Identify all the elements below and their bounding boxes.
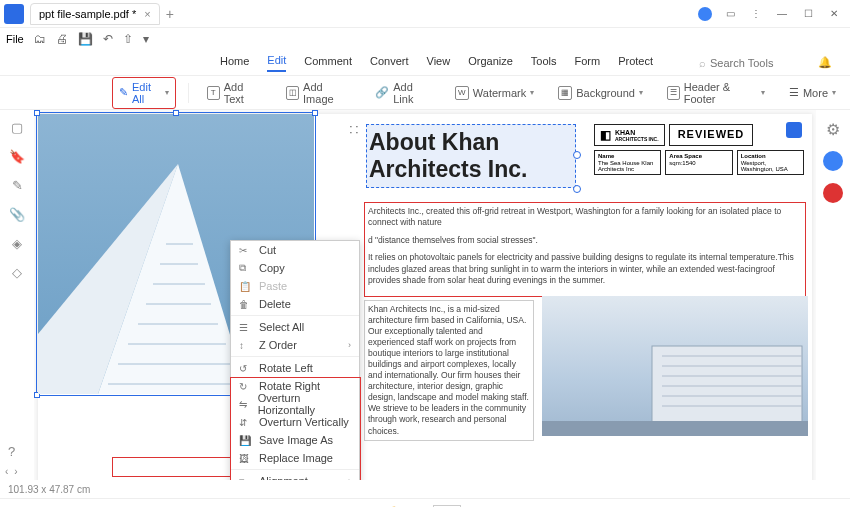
user-avatar-icon[interactable]	[698, 7, 712, 21]
resize-handle[interactable]	[312, 110, 318, 116]
print-icon[interactable]: 🖨	[56, 32, 68, 46]
save-icon[interactable]: 💾	[78, 32, 93, 46]
window-more-icon[interactable]: ⋮	[748, 6, 764, 22]
ctx-z-order[interactable]: ↕Z Order›	[231, 336, 359, 354]
chevron-down-icon[interactable]: ▾	[143, 32, 149, 46]
minimize-button[interactable]: —	[774, 6, 790, 22]
status-size-bar: 101.93 x 47.87 cm	[0, 480, 850, 498]
annotate-tool-icon[interactable]	[823, 183, 843, 203]
add-image-button[interactable]: ◫Add Image	[280, 78, 357, 108]
app-logo	[4, 4, 24, 24]
ctx-icon: 🗑	[239, 299, 253, 310]
ctx-icon: 💾	[239, 435, 253, 446]
resize-handle[interactable]	[34, 110, 40, 116]
sliders-icon[interactable]: ⚙	[826, 120, 840, 139]
more-button[interactable]: ☰More▾	[783, 83, 842, 102]
ctx-save-image-as[interactable]: 💾Save Image As	[231, 431, 359, 449]
more-icon: ☰	[789, 86, 799, 99]
context-menu: ✂Cut⧉Copy📋Paste🗑Delete☰Select All↕Z Orde…	[230, 240, 360, 480]
resize-handle[interactable]	[573, 185, 581, 193]
ctx-overturn-vertically[interactable]: ⇵Overturn Vertically	[231, 413, 359, 431]
layers-icon[interactable]: ◈	[12, 236, 22, 251]
scroll-left-icon[interactable]: ‹	[5, 466, 8, 477]
window-menu-icon[interactable]: ▭	[722, 6, 738, 22]
tab-organize[interactable]: Organize	[468, 55, 513, 71]
bookmark-icon[interactable]: 🔖	[9, 149, 25, 164]
ai-tool-icon[interactable]	[823, 151, 843, 171]
link-icon: 🔗	[375, 86, 389, 99]
logo-square-icon: ◧	[600, 128, 611, 142]
about-text-block[interactable]: Khan Architects Inc., is a mid-sized arc…	[364, 300, 534, 441]
left-toolbar: ▢ 🔖 ✎ 📎 ◈ ◇	[0, 110, 34, 480]
resize-handle[interactable]	[173, 110, 179, 116]
title-text-box[interactable]: About Khan Architects Inc.	[366, 124, 576, 188]
document-canvas[interactable]: ⸬ About Khan Architects Inc. ◧ KHANARCHI…	[34, 110, 816, 480]
new-tab-button[interactable]: +	[166, 6, 174, 22]
tab-protect[interactable]: Protect	[618, 55, 653, 71]
ctx-icon: 📋	[239, 281, 253, 292]
add-link-button[interactable]: 🔗Add Link	[369, 78, 437, 108]
ctx-icon: ⇋	[239, 399, 252, 410]
header-footer-button[interactable]: ☰Header & Footer▾	[661, 78, 771, 108]
info-panel: ◧ KHANARCHITECTS INC. REVIEWED NameThe S…	[594, 124, 804, 175]
outline-icon[interactable]: ◇	[12, 265, 22, 280]
watermark-button[interactable]: WWatermark▾	[449, 83, 540, 103]
maximize-button[interactable]: ☐	[800, 6, 816, 22]
resize-handle[interactable]	[573, 151, 581, 159]
ctx-select-all[interactable]: ☰Select All	[231, 318, 359, 336]
main-area: ▢ 🔖 ✎ 📎 ◈ ◇	[0, 110, 850, 480]
contact-location: LocationWestport,Washington, USA	[737, 150, 804, 175]
add-text-button[interactable]: TAdd Text	[201, 78, 268, 108]
scroll-right-icon[interactable]: ›	[14, 466, 17, 477]
ctx-delete[interactable]: 🗑Delete	[231, 295, 359, 313]
open-icon[interactable]: 🗂	[34, 32, 46, 46]
svg-rect-18	[542, 421, 808, 436]
ctx-copy[interactable]: ⧉Copy	[231, 259, 359, 277]
close-tab-icon[interactable]: ×	[144, 8, 150, 20]
comments-icon[interactable]: ✎	[12, 178, 23, 193]
attachment-icon[interactable]: 📎	[9, 207, 25, 222]
title-line2: Architects Inc.	[369, 156, 573, 183]
crop-icon[interactable]: ⸬	[350, 122, 358, 136]
right-toolbar: ⚙	[816, 110, 850, 480]
undo-icon[interactable]: ↶	[103, 32, 113, 46]
tab-view[interactable]: View	[427, 55, 451, 71]
ctx-replace-image[interactable]: 🖼Replace Image	[231, 449, 359, 467]
ctx-icon: ≡	[239, 476, 253, 481]
ctx-cut[interactable]: ✂Cut	[231, 241, 359, 259]
reviewed-stamp: REVIEWED	[669, 124, 754, 146]
search-tools: ⌕	[699, 57, 790, 69]
edit-all-label: Edit All	[132, 81, 161, 105]
tab-tools[interactable]: Tools	[531, 55, 557, 71]
secondary-image[interactable]	[542, 296, 808, 436]
tab-home[interactable]: Home	[220, 55, 249, 71]
contact-area: Area Spacesqm:1540	[665, 150, 732, 175]
contact-name: NameThe Sea House KlanArchitects Inc	[594, 150, 661, 175]
document-tab-label: ppt file-sample.pdf *	[39, 8, 136, 20]
edit-all-button[interactable]: ✎ Edit All ▾	[112, 77, 176, 109]
header-footer-icon: ☰	[667, 86, 680, 100]
help-icon[interactable]: ?	[8, 444, 15, 459]
tab-comment[interactable]: Comment	[304, 55, 352, 71]
title-line1: About Khan	[369, 129, 573, 156]
ctx-icon: ☰	[239, 322, 253, 333]
ctx-overturn-horizontally[interactable]: ⇋Overturn Horizontally	[231, 395, 359, 413]
tab-edit[interactable]: Edit	[267, 54, 286, 72]
tab-convert[interactable]: Convert	[370, 55, 409, 71]
ctx-alignment[interactable]: ≡Alignment›	[231, 472, 359, 480]
file-menu[interactable]: File	[6, 33, 24, 45]
document-tab[interactable]: ppt file-sample.pdf * ×	[30, 3, 160, 25]
ctx-rotate-left[interactable]: ↺Rotate Left	[231, 359, 359, 377]
ctx-icon: ✂	[239, 245, 253, 256]
search-input[interactable]	[710, 57, 790, 69]
tab-form[interactable]: Form	[575, 55, 601, 71]
thumbnail-icon[interactable]: ▢	[11, 120, 23, 135]
search-icon: ⌕	[699, 57, 706, 69]
background-icon: ▦	[558, 86, 572, 100]
body-text-block[interactable]: Architects Inc., created this off-grid r…	[364, 202, 806, 297]
background-button[interactable]: ▦Background▾	[552, 83, 649, 103]
close-window-button[interactable]: ✕	[826, 6, 842, 22]
menu-tabs: Home Edit Comment Convert View Organize …	[0, 50, 850, 76]
notification-icon[interactable]: 🔔	[818, 56, 832, 69]
share-icon[interactable]: ⇧	[123, 32, 133, 46]
